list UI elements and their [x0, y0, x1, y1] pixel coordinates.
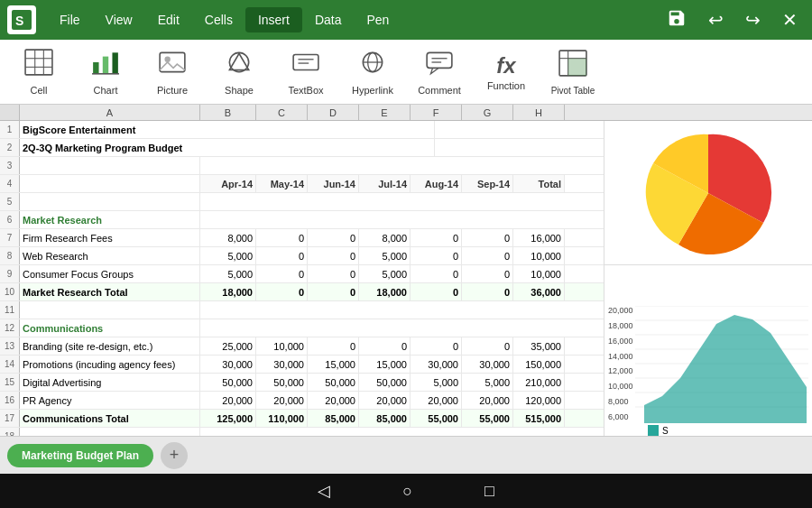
table-row: 18 — [0, 428, 604, 436]
table-row: 6 Market Research — [0, 211, 604, 229]
toolbar-cell[interactable]: Cell — [7, 43, 70, 101]
toolbar-pivot-table[interactable]: Pivot Table — [541, 43, 604, 101]
back-button[interactable]: ◁ — [318, 481, 330, 501]
redo-button[interactable]: ↪ — [738, 5, 768, 34]
function-icon: fx — [496, 53, 515, 79]
table-row: 3 — [0, 157, 604, 175]
table-row: 13 Branding (site re-design, etc.) 25,00… — [0, 337, 604, 356]
table-row: 4 Apr-14 May-14 Jun-14 Jul-14 Aug-14 Sep… — [0, 175, 604, 193]
menu-insert[interactable]: Insert — [245, 7, 302, 32]
chart-icon — [91, 48, 120, 83]
menu-edit[interactable]: Edit — [145, 7, 192, 32]
menu-view[interactable]: View — [93, 7, 145, 32]
col-b-header: B — [200, 105, 256, 120]
charts-area: 20,000 18,000 16,000 14,000 12,000 10,00… — [604, 121, 812, 436]
tab-bar: Marketing Budget Plan + — [0, 436, 812, 474]
toolbar-comment[interactable]: Comment — [408, 43, 471, 101]
svg-rect-7 — [93, 62, 98, 74]
textbox-icon — [291, 48, 320, 83]
toolbar-comment-label: Comment — [418, 85, 461, 96]
section-market-research: Market Research — [20, 211, 200, 228]
menu-items: File View Edit Cells Insert Data Pen — [47, 7, 660, 32]
toolbar-pivot-label: Pivot Table — [551, 86, 595, 96]
toolbar-picture[interactable]: Picture — [141, 43, 204, 101]
legend-color — [648, 425, 659, 436]
cell-icon — [24, 48, 53, 83]
hyperlink-icon — [358, 48, 387, 83]
svg-marker-36 — [644, 315, 807, 423]
cell-subtitle[interactable]: 2Q-3Q Marketing Program Budget — [20, 139, 435, 156]
toolbar-shape[interactable]: Shape — [208, 43, 271, 101]
col-d-header: D — [308, 105, 359, 120]
shape-icon — [225, 48, 254, 83]
table-row: 15 Digital Advertising 50,000 50,000 50,… — [0, 374, 604, 392]
col-c-header: C — [256, 105, 308, 120]
android-nav-bar: ◁ ○ □ — [0, 474, 812, 508]
table-row: 14 Promotions (incuding agency fees) 30,… — [0, 356, 604, 374]
add-sheet-button[interactable]: + — [161, 442, 188, 469]
svg-rect-27 — [568, 58, 586, 75]
table-row: 7 Firm Research Fees 8,000 0 0 8,000 0 0… — [0, 229, 604, 247]
app-icon: S — [7, 5, 36, 34]
table-row: 9 Consumer Focus Groups 5,000 0 0 5,000 … — [0, 265, 604, 283]
col-g-header: G — [462, 105, 513, 120]
table-row: 5 — [0, 193, 604, 211]
legend-label: S — [662, 426, 669, 436]
toolbar-shape-label: Shape — [225, 85, 254, 96]
toolbar-hyperlink-label: Hyperlink — [352, 85, 393, 96]
svg-rect-21 — [427, 52, 452, 68]
undo-button[interactable]: ↩ — [701, 5, 731, 34]
svg-rect-11 — [160, 52, 185, 71]
col-e-header: E — [359, 105, 411, 120]
toolbar-chart-label: Chart — [94, 85, 118, 96]
menu-data[interactable]: Data — [302, 7, 355, 32]
sheet-tab-marketing-budget[interactable]: Marketing Budget Plan — [7, 444, 153, 467]
column-headers: A B C D E F G H — [0, 105, 812, 121]
col-headers-list: A B C D E F G H — [20, 105, 812, 120]
menu-right-buttons: ↩ ↪ ✕ — [660, 5, 805, 36]
menu-bar: S File View Edit Cells Insert Data Pen ↩… — [0, 0, 812, 40]
table-row: 10 Market Research Total 18,000 0 0 18,0… — [0, 283, 604, 301]
svg-point-13 — [229, 52, 248, 71]
toolbar-cell-label: Cell — [31, 85, 48, 96]
table-row: 16 PR Agency 20,000 20,000 20,000 20,000… — [0, 392, 604, 410]
bar-chart: 20,000 18,000 16,000 14,000 12,000 10,00… — [604, 265, 812, 436]
toolbar-hyperlink[interactable]: Hyperlink — [341, 43, 404, 101]
toolbar-function-label: Function — [487, 80, 525, 91]
menu-file[interactable]: File — [47, 7, 93, 32]
close-button[interactable]: ✕ — [775, 5, 805, 34]
col-a-header: A — [20, 105, 200, 120]
row-num-header — [0, 105, 20, 120]
svg-text:S: S — [15, 14, 23, 28]
menu-pen[interactable]: Pen — [355, 7, 402, 32]
main-area: 1 BigScore Entertainment 2 2Q-3Q Marketi… — [0, 121, 812, 436]
pie-chart — [604, 121, 812, 265]
toolbar-picture-label: Picture — [157, 85, 188, 96]
save-button[interactable] — [660, 5, 694, 36]
svg-rect-9 — [112, 52, 117, 73]
spreadsheet[interactable]: 1 BigScore Entertainment 2 2Q-3Q Marketi… — [0, 121, 604, 436]
table-row: 11 — [0, 301, 604, 319]
table-row: 8 Web Research 5,000 0 0 5,000 0 0 10,00… — [0, 247, 604, 265]
toolbar-function[interactable]: fx Function — [475, 43, 538, 101]
comment-icon — [425, 48, 454, 83]
section-communications: Communications — [20, 319, 200, 337]
toolbar: Cell Chart Picture Shape TextBox Hyperli… — [0, 40, 812, 105]
toolbar-chart[interactable]: Chart — [74, 43, 137, 101]
table-row: 17 Communications Total 125,000 110,000 … — [0, 410, 604, 428]
table-row: 1 BigScore Entertainment — [0, 121, 604, 139]
home-button[interactable]: ○ — [402, 482, 412, 501]
toolbar-textbox[interactable]: TextBox — [274, 43, 337, 101]
svg-rect-8 — [103, 57, 108, 74]
pivot-table-icon — [558, 49, 587, 84]
svg-rect-15 — [293, 54, 318, 69]
svg-rect-2 — [25, 50, 52, 75]
col-f-header: F — [411, 105, 462, 120]
cell-title[interactable]: BigScore Entertainment — [20, 121, 435, 138]
toolbar-textbox-label: TextBox — [288, 85, 323, 96]
table-row: 12 Communications — [0, 319, 604, 337]
menu-cells[interactable]: Cells — [192, 7, 245, 32]
col-h-header: H — [513, 105, 565, 120]
picture-icon — [158, 48, 187, 83]
recent-button[interactable]: □ — [484, 482, 494, 501]
